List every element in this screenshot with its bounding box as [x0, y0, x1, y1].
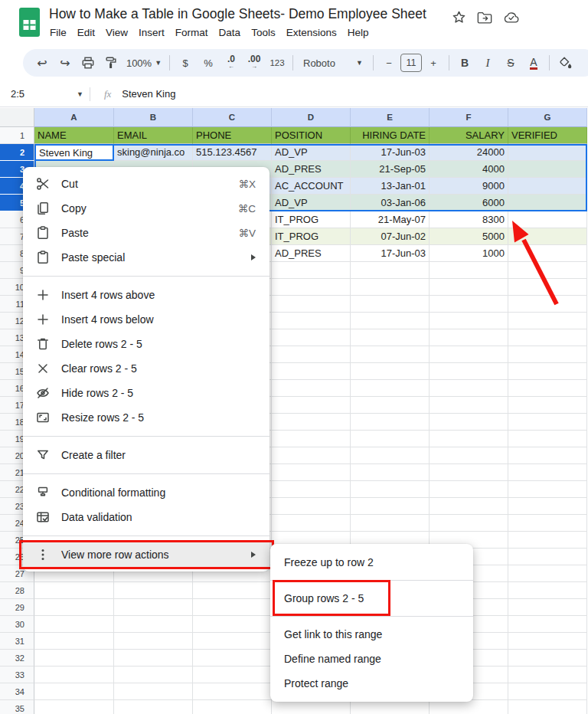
cell-D22[interactable]: [272, 481, 351, 498]
menu-item-copy[interactable]: Copy⌘C: [23, 196, 270, 221]
increase-decimal-icon[interactable]: .00→: [244, 53, 264, 73]
cell-A30[interactable]: [34, 616, 114, 633]
submenu-item-freeze-up-to-row-2[interactable]: Freeze up to row 2: [270, 550, 473, 575]
cell-F24[interactable]: [430, 515, 508, 532]
cell-E17[interactable]: [351, 397, 430, 414]
cell-G6[interactable]: [508, 211, 587, 228]
cell-D8[interactable]: AD_PRES: [272, 245, 351, 262]
menubar-item-file[interactable]: File: [44, 25, 72, 40]
cell-D6[interactable]: IT_PROG: [272, 211, 351, 228]
cell-G29[interactable]: [508, 599, 587, 616]
cell-G35[interactable]: [508, 700, 587, 714]
cell-E10[interactable]: [351, 279, 430, 296]
row-header-29[interactable]: 29: [0, 599, 34, 616]
cell-G10[interactable]: [508, 279, 587, 296]
percent-icon[interactable]: %: [198, 53, 218, 73]
cell-E12[interactable]: [351, 313, 430, 329]
cell-D19[interactable]: [272, 431, 351, 447]
cell-F6[interactable]: 8300: [430, 211, 508, 228]
cell-E22[interactable]: [351, 481, 430, 498]
cell-G2[interactable]: [508, 144, 587, 161]
cell-F15[interactable]: [430, 363, 508, 380]
menu-item-cut[interactable]: Cut⌘X: [23, 172, 270, 196]
cell-E23[interactable]: [351, 498, 430, 515]
cell-E20[interactable]: [351, 447, 430, 464]
cell-G24[interactable]: [508, 515, 587, 532]
row-header-30[interactable]: 30: [0, 616, 34, 633]
cell-D1[interactable]: POSITION: [272, 127, 351, 144]
cell-E3[interactable]: 21-Sep-05: [351, 161, 430, 178]
cell-E13[interactable]: [351, 329, 430, 346]
menubar-item-edit[interactable]: Edit: [72, 25, 100, 40]
cell-G33[interactable]: [508, 667, 587, 683]
cell-D9[interactable]: [272, 262, 351, 279]
active-cell-A2[interactable]: Steven King: [34, 144, 114, 161]
cell-D14[interactable]: [272, 346, 351, 363]
cell-B1[interactable]: EMAIL: [114, 127, 193, 144]
cell-G26[interactable]: [508, 549, 587, 565]
cell-E8[interactable]: 17-Jun-03: [351, 245, 430, 262]
cell-A34[interactable]: [34, 683, 114, 700]
menu-item-hide-rows-2-5[interactable]: Hide rows 2 - 5: [23, 381, 270, 405]
cell-E35[interactable]: [351, 700, 430, 714]
cell-D15[interactable]: [272, 363, 351, 380]
cell-C35[interactable]: [193, 700, 272, 714]
name-box[interactable]: 2:5: [0, 88, 77, 100]
cell-G16[interactable]: [508, 380, 587, 397]
cell-B33[interactable]: [114, 667, 193, 683]
cell-D12[interactable]: [272, 313, 351, 329]
cell-G15[interactable]: [508, 363, 587, 380]
cell-G31[interactable]: [508, 633, 587, 650]
paint-format-icon[interactable]: [101, 53, 121, 73]
menu-item-clear-rows-2-5[interactable]: Clear rows 2 - 5: [23, 356, 270, 381]
cell-E11[interactable]: [351, 296, 430, 313]
column-header-C[interactable]: C: [193, 108, 272, 127]
cell-F13[interactable]: [430, 329, 508, 346]
document-title[interactable]: How to Make a Table in Google Sheets- De…: [49, 6, 426, 22]
menu-item-view-more-row-actions[interactable]: View more row actions: [23, 542, 270, 567]
row-header-31[interactable]: 31: [0, 633, 34, 650]
cell-G8[interactable]: [508, 245, 587, 262]
cell-G30[interactable]: [508, 616, 587, 633]
cell-C31[interactable]: [193, 633, 272, 650]
cell-D2[interactable]: AD_VP: [272, 144, 351, 161]
cell-A29[interactable]: [34, 599, 114, 616]
cell-A32[interactable]: [34, 650, 114, 667]
bold-icon[interactable]: B: [455, 53, 475, 73]
currency-icon[interactable]: $: [175, 53, 195, 73]
cell-G9[interactable]: [508, 262, 587, 279]
cell-F22[interactable]: [430, 481, 508, 498]
star-icon[interactable]: [452, 10, 466, 25]
cell-E7[interactable]: 07-Jun-02: [351, 228, 430, 245]
formula-input[interactable]: Steven King: [122, 88, 175, 100]
cell-G5[interactable]: [508, 195, 587, 211]
cell-B35[interactable]: [114, 700, 193, 714]
cell-C1[interactable]: PHONE: [193, 127, 272, 144]
cell-G12[interactable]: [508, 313, 587, 329]
cell-F8[interactable]: 1000: [430, 245, 508, 262]
menu-item-resize-rows-2-5[interactable]: Resize rows 2 - 5: [23, 405, 270, 430]
cell-E21[interactable]: [351, 464, 430, 481]
cell-B32[interactable]: [114, 650, 193, 667]
cell-D24[interactable]: [272, 515, 351, 532]
column-header-E[interactable]: E: [351, 108, 430, 127]
cell-F21[interactable]: [430, 464, 508, 481]
zoom-select[interactable]: 100%▼: [124, 53, 164, 73]
cell-C34[interactable]: [193, 683, 272, 700]
cell-B34[interactable]: [114, 683, 193, 700]
cell-E1[interactable]: HIRING DATE: [351, 127, 430, 144]
cell-D16[interactable]: [272, 380, 351, 397]
cell-D3[interactable]: AD_PRES: [272, 161, 351, 178]
menu-item-paste[interactable]: Paste⌘V: [23, 221, 270, 245]
cell-G18[interactable]: [508, 414, 587, 431]
cell-D5[interactable]: AD_VP: [272, 195, 351, 211]
row-header-33[interactable]: 33: [0, 667, 34, 683]
cell-D35[interactable]: [272, 700, 351, 714]
cell-G27[interactable]: [508, 565, 587, 582]
menubar-item-view[interactable]: View: [100, 25, 133, 40]
cell-D7[interactable]: IT_PROG: [272, 228, 351, 245]
cell-F23[interactable]: [430, 498, 508, 515]
cell-G7[interactable]: [508, 228, 587, 245]
cell-B28[interactable]: [114, 582, 193, 599]
cell-C29[interactable]: [193, 599, 272, 616]
